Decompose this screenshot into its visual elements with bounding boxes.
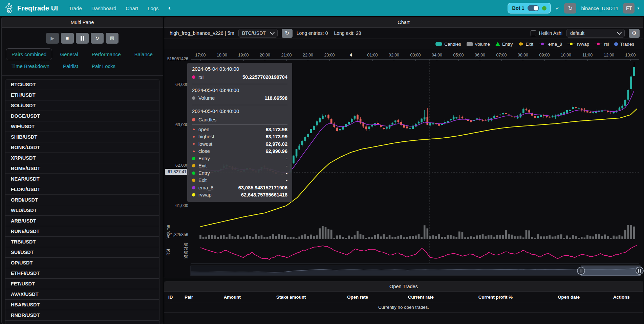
pair-list-item[interactable]: RUNE/USDT [5, 226, 159, 236]
tooltip-row-rsi: rsi50.22577020190704 [192, 73, 287, 81]
column-header-current-rate[interactable]: Current rate [388, 295, 453, 300]
pair-list-item[interactable]: DOGE/USDT [5, 111, 159, 121]
plot-config-select[interactable]: default [566, 29, 625, 38]
pair-list-item[interactable]: BONK/USDT [5, 142, 159, 153]
bot-name: Bot 1 [512, 5, 524, 11]
bot-toggle[interactable] [528, 5, 539, 11]
pair-list-item[interactable]: HBAR/USDT [5, 299, 159, 310]
nav-links: Trade Dashboard Chart Logs [69, 5, 158, 11]
pair-list-item[interactable]: WLD/USDT [5, 205, 159, 215]
pair-list-item[interactable]: FET/USDT [5, 278, 159, 289]
series-dot-icon [193, 136, 195, 138]
legend-item-trades[interactable]: Trades [614, 42, 634, 47]
tab-pairlist[interactable]: Pairlist [57, 60, 84, 72]
chevron-down-icon[interactable]: ▾ [637, 6, 639, 10]
tab-performance[interactable]: Performance [86, 48, 127, 60]
pair-list-item[interactable]: TRB/USDT [5, 236, 159, 247]
legend-item-ema_8[interactable]: ema_8 [539, 42, 562, 47]
heikin-ashi-checkbox[interactable] [531, 30, 536, 36]
bot-selector[interactable]: Bot 1 [508, 3, 551, 14]
pair-list-item[interactable]: ORDI/USDT [5, 194, 159, 205]
tooltip-label: Exit [198, 178, 207, 183]
pair-list-item[interactable]: BTC/USDT [5, 79, 159, 90]
pair-list-item[interactable]: SOL/USDT [5, 100, 159, 111]
nav-item-dashboard[interactable]: Dashboard [91, 5, 116, 11]
navbar: Freqtrade UI Trade Dashboard Chart Logs … [0, 0, 644, 16]
pair-list-item[interactable]: ETHFI/USDT [5, 268, 159, 278]
series-dot-icon [192, 186, 195, 189]
check-icon[interactable]: ✓ [556, 5, 560, 11]
column-header-open-date[interactable]: Open date [538, 295, 600, 300]
pair-list-item[interactable]: OP/USDT [5, 257, 159, 268]
nav-item-logs[interactable]: Logs [148, 5, 159, 11]
tooltip-label: lowest [198, 141, 212, 147]
pause-button[interactable] [76, 33, 89, 44]
legend-item-volume[interactable]: Volume [467, 42, 490, 47]
brand[interactable]: Freqtrade UI [5, 3, 58, 14]
tab-general[interactable]: General [54, 48, 84, 60]
tab-pairs-combined[interactable]: Pairs combined [6, 48, 52, 60]
legend-item-rvwap[interactable]: rvwap [567, 42, 589, 47]
pair-list-item[interactable]: SUI/USDT [5, 247, 159, 257]
app-title: Freqtrade UI [17, 4, 58, 12]
legend-item-rsi[interactable]: rsi [595, 42, 609, 47]
pair-list-item[interactable]: SHIB/USDT [5, 132, 159, 142]
pair-select[interactable]: BTC/USDT [238, 29, 278, 38]
pair-list-item[interactable]: AVAX/USDT [5, 289, 159, 299]
column-header-open-rate[interactable]: Open rate [327, 295, 388, 300]
multi-pane-panel: Multi Pane ▶ ■ ↻ ☒ Pairs combinedGeneral… [1, 17, 163, 324]
legend-label: Volume [475, 42, 490, 47]
avatar[interactable]: FT [623, 3, 635, 14]
tooltip-row-Entry: Entry- [192, 155, 287, 162]
svg-text:06:00: 06:00 [475, 53, 485, 57]
svg-text:20:00: 20:00 [260, 53, 270, 57]
series-dot-icon [193, 143, 195, 145]
reload-bot-button[interactable]: ↻ [564, 3, 576, 14]
tab-time-breakdown[interactable]: Time Breakdown [6, 60, 55, 72]
series-dot-icon [192, 96, 195, 100]
pair-list-item[interactable]: FLOKI/USDT [5, 184, 159, 194]
bot-controls: ▶ ■ ↻ ☒ [2, 28, 163, 48]
plot-settings-button[interactable]: ⚙ [629, 29, 640, 38]
forcequit-button[interactable]: ☒ [106, 33, 119, 44]
tooltip-value: 63,173.98 [265, 127, 287, 132]
nav-item-trade[interactable]: Trade [69, 5, 82, 11]
heikin-ashi-label: Heikin Ashi [539, 30, 562, 36]
column-header-actions[interactable]: Actions [600, 295, 643, 300]
pair-list-item[interactable]: ETH/USDT [5, 90, 159, 100]
ema_8-swatch-icon [539, 42, 546, 46]
column-header-amount[interactable]: Amount [209, 295, 255, 300]
column-header-stake-amount[interactable]: Stake amount [255, 295, 327, 300]
tooltip-row-open: open63,173.98 [192, 126, 287, 133]
pair-list-item[interactable]: AR/USDT [5, 320, 159, 324]
pair-list-item[interactable]: BOME/USDT [5, 163, 159, 173]
tab-pair-locks[interactable]: Pair Locks [86, 60, 121, 72]
column-header-pair[interactable]: Pair [180, 295, 209, 300]
open-trades-header-row: IDPairAmountStake amountOpen rateCurrent… [164, 292, 643, 302]
pair-list-item[interactable]: NEAR/USDT [5, 173, 159, 184]
pair-list-item[interactable]: RNDR/USDT [5, 310, 159, 320]
theme-toggle-icon[interactable]: ◐ [168, 5, 171, 11]
pair-list-item[interactable]: ARB/USDT [5, 215, 159, 226]
svg-text:19:00: 19:00 [238, 53, 249, 57]
svg-text:23:00: 23:00 [324, 53, 335, 57]
svg-text:62,000: 62,000 [175, 163, 188, 168]
pairs-list: BTC/USDTETH/USDTSOL/USDTDOGE/USDTWIF/USD… [5, 79, 159, 324]
reload-config-button[interactable]: ↻ [91, 33, 104, 44]
legend-item-candles[interactable]: Candles [435, 42, 461, 47]
tooltip-value: 50.22577020190704 [242, 74, 287, 80]
legend-label: ema_8 [548, 42, 562, 47]
column-header-id[interactable]: ID [164, 295, 180, 300]
column-header-current-profit-[interactable]: Current profit % [453, 295, 538, 300]
stop-button[interactable]: ■ [61, 33, 74, 44]
chart-plot-area[interactable]: 17:0018:0019:0020:0021:0022:0023:00401:0… [164, 49, 643, 278]
legend-item-exit[interactable]: Exit [518, 42, 533, 47]
start-button[interactable]: ▶ [46, 33, 59, 44]
nav-item-chart[interactable]: Chart [126, 5, 138, 11]
pair-list-item[interactable]: WIF/USDT [5, 121, 159, 132]
svg-text:17:00: 17:00 [195, 53, 206, 57]
pair-list-item[interactable]: XRP/USDT [5, 153, 159, 163]
refresh-chart-button[interactable]: ↻ [282, 29, 293, 38]
tab-balance[interactable]: Balance [129, 48, 158, 60]
legend-item-entry[interactable]: Entry [495, 42, 513, 47]
